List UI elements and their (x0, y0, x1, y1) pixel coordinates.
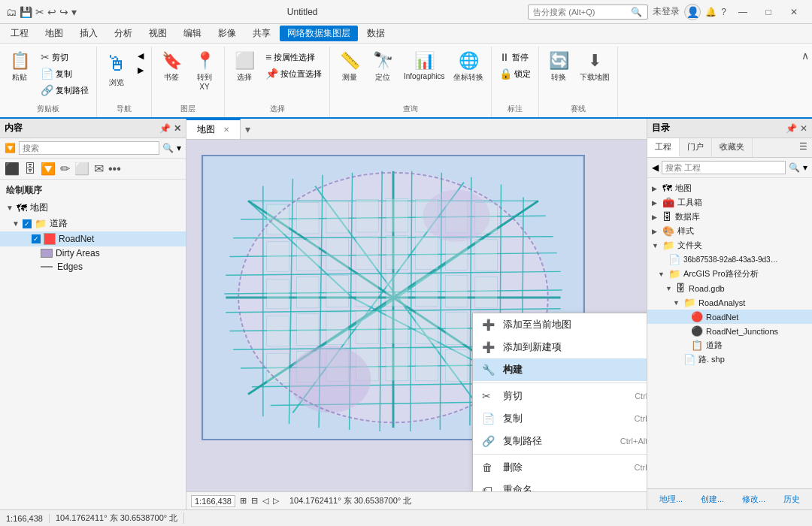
ctx-item-copy-path[interactable]: 🔗 复制路径 Ctrl+Alt+P (473, 430, 647, 452)
history-button[interactable]: 历史 (780, 492, 803, 506)
checkbox-roadnet[interactable]: ✓ (32, 234, 41, 243)
select-by-location-button[interactable]: 📌按位置选择 (262, 66, 325, 81)
cat-item-style[interactable]: ▶ 🎨 样式 (647, 224, 812, 238)
copy-path-button[interactable]: 🔗 复制路径 (38, 83, 92, 98)
map-view[interactable]: ➕ 添加至当前地图 ➕ 添加到新建项 ▶ 🔧 构建 ✂ 剪切 Ctrl+X (186, 140, 647, 491)
cat-item-map[interactable]: ▶ 🗺 地图 (647, 181, 812, 195)
login-area[interactable]: 未登录 👤 🔔 ? (653, 4, 726, 20)
search-options-icon[interactable]: ▾ (177, 143, 181, 153)
menu-item-insert[interactable]: 插入 (72, 26, 105, 41)
map-status-icon-1[interactable]: ⊞ (240, 496, 247, 506)
select-button[interactable]: ⬜ 选择 (229, 50, 259, 84)
catalog-search-input[interactable] (662, 161, 786, 174)
redo-icon[interactable]: ↪ (59, 6, 68, 18)
close-button[interactable]: ✕ (782, 5, 806, 20)
cat-item-database[interactable]: ▶ 🗄 数据库 (647, 210, 812, 224)
menu-item-view[interactable]: 视图 (141, 26, 174, 41)
ctx-item-add-new[interactable]: ➕ 添加到新建项 ▶ (473, 336, 647, 358)
ctx-item-rename[interactable]: 🏷 重命名 F2 (473, 479, 647, 491)
convert-button[interactable]: 🔄 转换 (544, 50, 574, 84)
cut-icon[interactable]: ✂ (35, 6, 44, 18)
search-icon[interactable]: 🔍 (162, 143, 174, 153)
tree-item-roadnet[interactable]: ✓ RoadNet (0, 231, 186, 246)
cat-item-road-gdb[interactable]: ▼ 🗄 Road.gdb (647, 281, 812, 295)
ctx-item-add-current-map[interactable]: ➕ 添加至当前地图 (473, 313, 647, 336)
map-tab-close[interactable]: ✕ (223, 125, 229, 134)
pause-button[interactable]: ⏸暂停 (496, 50, 534, 65)
tree-item-dirty-areas[interactable]: Dirty Areas (0, 246, 186, 260)
coord-transform-button[interactable]: 🌐 坐标转换 (450, 50, 486, 84)
more-icon[interactable]: ▾ (71, 6, 77, 18)
menu-item-share[interactable]: 共享 (245, 26, 278, 41)
tree-item-edges[interactable]: Edges (0, 260, 186, 274)
help-icon[interactable]: ? (721, 7, 726, 17)
menu-item-project[interactable]: 工程 (3, 26, 36, 41)
menu-item-data[interactable]: 数据 (359, 26, 392, 41)
user-icon[interactable]: 👤 (684, 4, 701, 20)
pin-icon[interactable]: 📌 (159, 123, 171, 134)
tree-item-map[interactable]: ▼ 🗺 地图 (0, 200, 186, 216)
cat-item-toolbox[interactable]: ▶ 🧰 工具箱 (647, 195, 812, 210)
infographics-button[interactable]: 📊 Infographics (401, 50, 447, 82)
catalog-tab-project[interactable]: 工程 (647, 138, 680, 157)
mail-icon[interactable]: ✉ (94, 162, 104, 176)
paste-button[interactable]: 📋 粘贴 (5, 50, 35, 84)
catalog-search-options-icon[interactable]: ▾ (803, 162, 807, 173)
title-search-box[interactable]: 🔍 (528, 5, 648, 20)
left-search-input[interactable] (19, 141, 159, 155)
catalog-back-icon[interactable]: ◀ (652, 162, 659, 173)
frame-icon[interactable]: ⬜ (74, 162, 89, 176)
bell-icon[interactable]: 🔔 (705, 7, 717, 17)
menu-item-network[interactable]: 网络数据集图层 (280, 26, 358, 41)
close-panel-icon[interactable]: ✕ (174, 123, 181, 134)
minimize-button[interactable]: — (731, 5, 755, 20)
cat-item-roadnet-junctions[interactable]: ⚫ RoadNet_Junctions (647, 324, 812, 338)
measure-button[interactable]: 📏 测量 (335, 50, 365, 84)
menu-item-map[interactable]: 地图 (38, 26, 71, 41)
copy-ribbon-button[interactable]: 📄 复制 (38, 66, 92, 81)
lock-button[interactable]: 🔒锁定 (496, 66, 534, 81)
view-icon-1[interactable]: ⬛ (5, 162, 20, 176)
save-icon[interactable]: 💾 (20, 6, 32, 18)
cut-ribbon-button[interactable]: ✂ 剪切 (38, 50, 92, 65)
checkbox-road[interactable]: ✓ (23, 219, 32, 228)
download-map-button[interactable]: ⬇ 下载地图 (577, 50, 613, 84)
filter-icon[interactable]: 🔽 (5, 143, 16, 153)
menu-item-analysis[interactable]: 分析 (107, 26, 140, 41)
view-icon-2[interactable]: 🗄 (24, 162, 36, 176)
cat-item-roads[interactable]: 📋 道路 (647, 338, 812, 352)
close-catalog-icon[interactable]: ✕ (800, 123, 807, 134)
map-scale-selector[interactable]: 1:166,438 (191, 495, 235, 507)
bookmark-button[interactable]: 🔖 书签 (156, 50, 186, 84)
locate-button[interactable]: 🔭 定位 (368, 50, 398, 84)
cat-item-road-analyst[interactable]: ▼ 📁 RoadAnalyst (647, 295, 812, 310)
browse-button[interactable]: 🖱 浏览 (102, 50, 132, 89)
maximize-button[interactable]: □ (756, 5, 780, 20)
create-button[interactable]: 创建... (698, 492, 727, 506)
menu-item-imagery[interactable]: 影像 (211, 26, 244, 41)
catalog-menu-btn[interactable]: ☰ (795, 138, 812, 157)
more-options-icon[interactable]: ••• (108, 162, 121, 176)
goto-xy-button[interactable]: 📍 转到XY (189, 50, 220, 92)
catalog-tab-portal[interactable]: 门户 (680, 138, 712, 157)
menu-item-edit[interactable]: 编辑 (176, 26, 209, 41)
edit-icon[interactable]: ✏ (60, 162, 70, 176)
ctx-item-copy[interactable]: 📄 复制 Ctrl+C (473, 407, 647, 430)
catalog-search-icon[interactable]: 🔍 (789, 162, 800, 173)
filter-icon-2[interactable]: 🔽 (41, 162, 56, 176)
map-status-icon-4[interactable]: ▷ (273, 496, 279, 506)
geo-button[interactable]: 地理... (656, 492, 686, 506)
ribbon-expand-button[interactable]: ∧ (798, 47, 812, 117)
app-icon-folder[interactable]: 🗂 (6, 6, 17, 18)
nav-prev-button[interactable]: ◀ (135, 50, 147, 62)
nav-next-button[interactable]: ▶ (135, 64, 147, 77)
ctx-item-build[interactable]: 🔧 构建 (473, 358, 647, 381)
ctx-item-cut[interactable]: ✂ 剪切 Ctrl+X (473, 385, 647, 407)
catalog-tab-favorites[interactable]: 收藏夹 (712, 138, 753, 157)
undo-icon[interactable]: ↩ (47, 6, 56, 18)
cat-item-arcgis[interactable]: ▼ 📁 ArcGIS Pro路径分析 (647, 267, 812, 281)
cat-item-folder[interactable]: ▼ 📁 文件夹 (647, 238, 812, 252)
modify-button[interactable]: 修改... (739, 492, 768, 506)
map-status-icon-2[interactable]: ⊟ (251, 496, 258, 506)
title-search-input[interactable] (533, 8, 631, 17)
